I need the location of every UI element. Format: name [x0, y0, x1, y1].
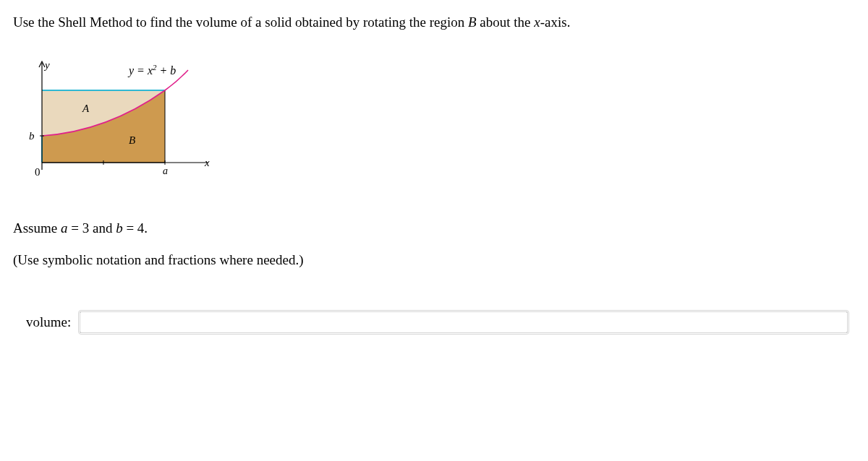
a-tick-label: a — [163, 165, 168, 176]
answer-row: volume: — [26, 311, 848, 333]
y-label: y — [43, 59, 50, 71]
answer-input[interactable] — [80, 311, 848, 333]
answer-label: volume: — [26, 314, 71, 330]
region-var: B — [468, 14, 477, 30]
figure-svg: y x b a 0 A B y = x2 + b — [20, 54, 223, 191]
question-suffix: -axis. — [540, 14, 571, 30]
instruction-text: (Use symbolic notation and fractions whe… — [13, 252, 855, 268]
assume-prefix: Assume — [13, 220, 61, 236]
b-var: b — [116, 220, 123, 236]
region-b-label: B — [129, 134, 135, 146]
curve-label: y = x2 + b — [127, 63, 176, 77]
region-a-label: A — [82, 103, 90, 114]
assume-eq2: = 4. — [123, 220, 148, 236]
zero-label: 0 — [35, 166, 41, 178]
b-label: b — [29, 130, 35, 142]
assume-eq1: = 3 and — [67, 220, 116, 236]
question-text: Use the Shell Method to find the volume … — [13, 13, 855, 33]
figure: y x b a 0 A B y = x2 + b — [20, 54, 855, 191]
assumption-text: Assume a = 3 and b = 4. — [13, 220, 855, 236]
question-middle: about the — [477, 14, 535, 30]
axis-var: x — [534, 14, 540, 30]
question-prefix: Use the Shell Method to find the volume … — [13, 14, 468, 30]
x-label: x — [204, 157, 210, 168]
